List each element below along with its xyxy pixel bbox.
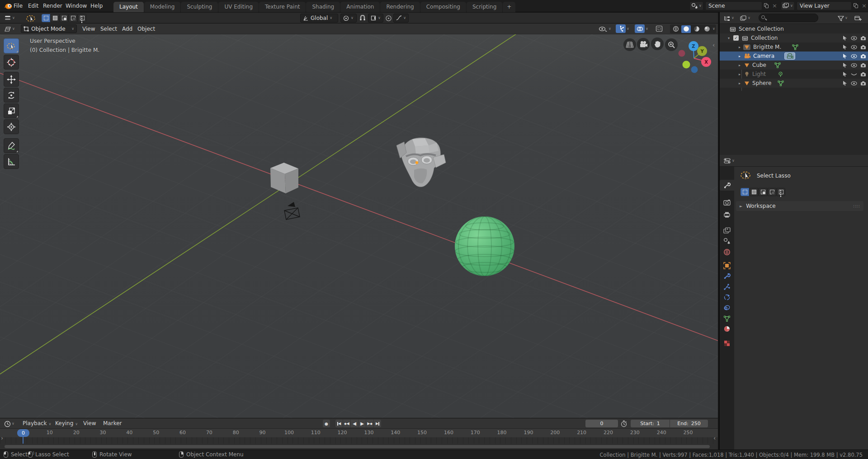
viewport-menu-view[interactable]: View — [82, 26, 95, 32]
workspace-panel-header[interactable]: ► Workspace ∷∷ — [736, 201, 863, 211]
tab-modifiers[interactable] — [720, 271, 734, 281]
selectable-icon[interactable] — [842, 53, 848, 59]
timeline-menu-marker[interactable]: Marker — [103, 420, 122, 426]
tool-scale-button[interactable] — [4, 103, 19, 118]
editor-type-button[interactable]: ∨ — [3, 14, 16, 23]
viewport-menu-select[interactable]: Select — [100, 26, 117, 32]
props-mode-invert-button[interactable] — [768, 188, 776, 196]
tool-cursor-button[interactable] — [4, 55, 19, 70]
xray-toggle[interactable] — [655, 24, 664, 33]
show-gizmo-toggle[interactable]: ∨ — [615, 24, 630, 33]
viewport-menu-object[interactable]: Object — [137, 26, 155, 32]
selectable-icon[interactable] — [842, 62, 848, 68]
tab-modeling[interactable]: Modeling — [144, 2, 181, 12]
tab-texture[interactable] — [720, 338, 734, 349]
props-mode-intersect-button[interactable] — [777, 188, 785, 196]
pivot-point-dropdown[interactable]: ∨ — [340, 14, 357, 23]
hide-eye-icon[interactable] — [851, 81, 857, 86]
jump-to-end-button[interactable]: ▶ — [374, 420, 381, 427]
gizmo-neg-y-ball[interactable] — [683, 61, 690, 69]
props-mode-subtract-button[interactable] — [759, 188, 767, 196]
select-mode-invert-button[interactable] — [69, 14, 77, 22]
outliner-row-collection[interactable]: ▾ ✓ Collection — [720, 33, 868, 42]
blender-logo-icon[interactable] — [4, 2, 13, 10]
current-frame-badge[interactable]: 0 — [17, 429, 29, 437]
hide-eye-icon[interactable] — [851, 54, 857, 59]
viewport-menu-add[interactable]: Add — [122, 26, 132, 32]
scene-unlink-icon[interactable]: × — [772, 3, 777, 9]
props-mode-set-button[interactable] — [741, 188, 749, 196]
tool-transform-button[interactable] — [4, 119, 19, 134]
gizmo-neg-z-ball[interactable] — [691, 66, 698, 73]
expand-arrow-icon[interactable]: ▾ — [728, 36, 730, 40]
tab-compositing[interactable]: Compositing — [420, 2, 466, 12]
tab-uv-editing[interactable]: UV Editing — [218, 2, 259, 12]
view-layer-copy-icon[interactable] — [854, 3, 858, 9]
tab-shading[interactable]: Shading — [306, 2, 340, 12]
mode-dropdown[interactable]: Object Mode ∨ — [21, 24, 77, 33]
tab-tool[interactable] — [720, 180, 734, 191]
timeline-expand-left-icon[interactable]: › — [1, 435, 3, 441]
timeline-collapse-right-icon[interactable]: ‹ — [713, 435, 716, 441]
shading-solid-button[interactable] — [681, 25, 691, 33]
viewport-editor-type-button[interactable]: ∨ — [3, 24, 16, 33]
proportional-falloff-dropdown[interactable]: ∨ — [393, 14, 409, 23]
selectable-icon[interactable] — [842, 80, 848, 86]
tool-select-lasso-button[interactable] — [4, 38, 19, 53]
hide-eye-icon[interactable] — [851, 63, 857, 68]
auto-keyframe-record-button[interactable]: ● — [323, 420, 330, 427]
zoom-view-button[interactable] — [665, 38, 678, 51]
object-visibility-dropdown[interactable]: ∨ — [598, 24, 612, 33]
outliner-row-light[interactable]: ▸ Light — [720, 70, 868, 79]
frame-end-field[interactable]: End:250 — [670, 420, 708, 427]
camera-view-button[interactable] — [637, 38, 650, 51]
outliner-display-mode-button[interactable]: ∨ — [722, 14, 736, 23]
sidebar-collapse-icon[interactable]: ‹ — [712, 42, 715, 48]
tab-layout[interactable]: Layout — [113, 2, 144, 12]
scene-browse-button[interactable]: ∨ — [689, 1, 703, 10]
expand-arrow-icon[interactable]: ▸ — [739, 63, 741, 67]
menu-help[interactable]: Help — [90, 3, 103, 9]
timeline-menu-playback[interactable]: Playback ∨ — [23, 420, 51, 426]
snap-toggle-magnet-icon[interactable] — [359, 15, 366, 22]
tab-render[interactable] — [720, 197, 734, 208]
disable-render-camera-icon[interactable] — [860, 45, 866, 50]
menu-edit[interactable]: Edit — [28, 3, 38, 9]
next-keyframe-button[interactable]: ▶◆ — [366, 420, 373, 427]
outliner-filter-button[interactable]: ∨ — [836, 14, 849, 23]
tool-move-button[interactable] — [4, 72, 19, 87]
outliner-row-cube[interactable]: ▸ Cube — [720, 61, 868, 70]
menu-window[interactable]: Window — [66, 3, 87, 9]
menu-file[interactable]: File — [14, 3, 23, 9]
tab-output[interactable] — [720, 209, 734, 220]
select-mode-intersect-button[interactable] — [78, 14, 86, 22]
tab-physics[interactable] — [720, 292, 734, 303]
outliner-filter-type-button[interactable]: ∨ — [739, 14, 752, 23]
preview-range-clock-icon[interactable] — [620, 420, 627, 427]
tab-object[interactable] — [720, 260, 734, 271]
shading-material-preview-button[interactable] — [692, 25, 701, 33]
tab-texture-paint[interactable]: Texture Paint — [259, 2, 306, 12]
active-tool-lasso-icon[interactable] — [25, 14, 37, 23]
jump-to-start-button[interactable]: ◀ — [335, 420, 343, 427]
outliner-search-input[interactable] — [759, 14, 818, 22]
tab-sculpting[interactable]: Sculpting — [181, 2, 218, 12]
disable-render-camera-icon[interactable] — [860, 36, 866, 41]
prev-keyframe-button[interactable]: ◆◀ — [343, 420, 350, 427]
shading-rendered-button[interactable] — [702, 25, 712, 33]
outliner-row-camera[interactable]: ▸ Camera — [720, 52, 868, 61]
tab-particles[interactable] — [720, 281, 734, 292]
outliner-row-brigitte[interactable]: ▸ Brigitte M. — [720, 42, 868, 52]
tool-measure-button[interactable] — [4, 154, 19, 169]
sphere-object[interactable] — [455, 216, 514, 276]
selectable-icon[interactable] — [842, 35, 848, 41]
tab-scene[interactable] — [720, 235, 734, 246]
hide-eye-icon[interactable] — [851, 45, 857, 50]
tab-rendering[interactable]: Rendering — [380, 2, 420, 12]
frame-start-field[interactable]: Start:1 — [631, 420, 670, 427]
tab-scripting[interactable]: Scripting — [467, 2, 502, 12]
tab-animation[interactable]: Animation — [340, 2, 380, 12]
disable-render-camera-icon[interactable] — [860, 81, 866, 86]
collection-checkbox[interactable]: ✓ — [733, 35, 739, 41]
view-layer-remove-icon[interactable]: × — [862, 3, 867, 9]
